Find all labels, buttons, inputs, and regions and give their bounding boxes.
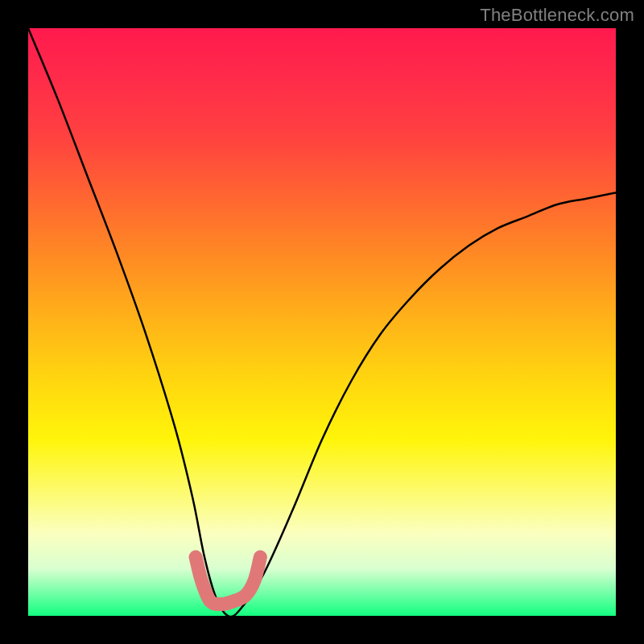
bottleneck-curve [28, 28, 616, 616]
watermark-text: TheBottleneck.com [480, 5, 634, 26]
plot-area [28, 28, 616, 616]
trough-marker [196, 557, 260, 605]
chart-stage: TheBottleneck.com [0, 0, 644, 644]
curve-svg [28, 28, 616, 616]
